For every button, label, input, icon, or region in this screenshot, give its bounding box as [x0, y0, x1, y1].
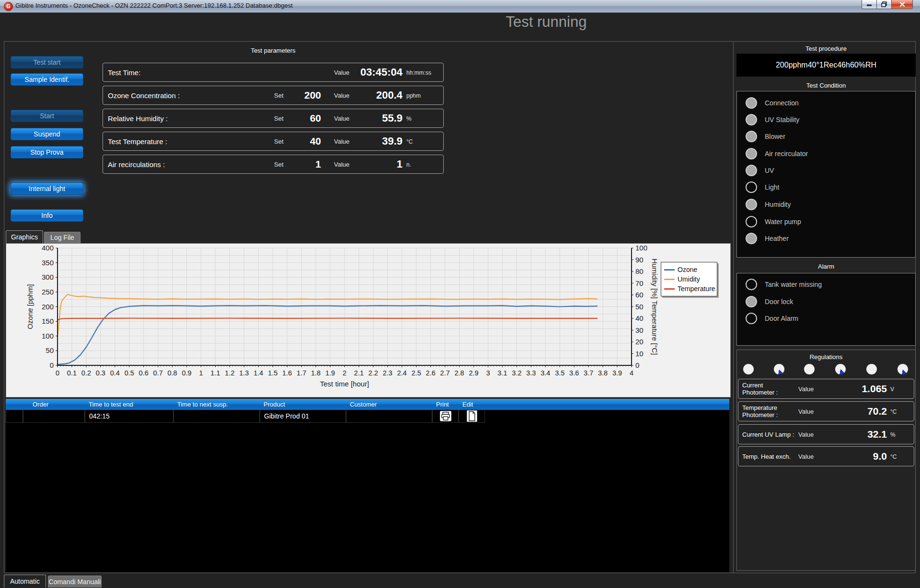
col-edit[interactable]: Edit [459, 399, 485, 410]
value-label: Value [798, 408, 814, 415]
suspend-button[interactable]: Suspend [11, 128, 83, 140]
title-bar[interactable]: G Gibitre Instruments - OzoneCheck - OZN… [0, 0, 920, 13]
param-row-recirculations: Air recirculations : Set 1 Value 1 n. [103, 155, 444, 174]
col-product[interactable]: Product [260, 399, 346, 410]
status-led [746, 181, 757, 193]
edit-cell[interactable] [459, 410, 485, 423]
condition-air-recirculator: Air recirculator [746, 147, 808, 160]
col-print[interactable]: Print [432, 399, 459, 410]
status-led [746, 279, 757, 290]
tab-comandi-manuali[interactable]: Comandi Manuali [48, 576, 102, 588]
internal-light-button[interactable]: Internal light [11, 182, 83, 195]
param-row-test-time: Test Time: Value 03:45:04 hh:mm:ss [103, 63, 444, 82]
svg-text:Humidity [%] Temperature [°C]: Humidity [%] Temperature [°C] [651, 259, 659, 355]
svg-text:3.3: 3.3 [526, 369, 536, 377]
param-unit: n. [406, 161, 411, 168]
col-time-to-susp[interactable]: Time to next susp. [173, 399, 260, 410]
svg-text:3.1: 3.1 [497, 369, 507, 377]
table-row[interactable]: 042:15 Gibitre Prod 01 [6, 410, 729, 423]
stop-prova-button[interactable]: Stop Prova [11, 146, 83, 158]
svg-text:2.5: 2.5 [412, 369, 421, 377]
status-led [746, 233, 757, 244]
svg-text:50: 50 [635, 303, 644, 311]
status-led [746, 199, 757, 210]
window-title: Gibitre Instruments - OzoneCheck - OZN 2… [15, 2, 293, 9]
regulation-indicator [866, 364, 877, 374]
svg-text:0.7: 0.7 [153, 369, 163, 377]
restore-button[interactable] [876, 0, 892, 9]
condition-light: Light [746, 181, 779, 194]
svg-text:0: 0 [635, 361, 639, 369]
alarm-label: Tank water missing [765, 281, 822, 288]
svg-text:2.9: 2.9 [469, 369, 478, 377]
svg-text:2: 2 [343, 369, 346, 377]
start-button[interactable]: Start [11, 110, 83, 122]
tab-log-file[interactable]: Log File [44, 232, 80, 243]
svg-text:0.8: 0.8 [168, 369, 177, 377]
customer-cell [346, 410, 432, 423]
svg-text:0.4: 0.4 [110, 369, 120, 377]
param-row-temperature: Test Temperature : Set 40 Value 39.9 °C [103, 132, 444, 151]
svg-text:2.1: 2.1 [354, 369, 364, 377]
minimize-button[interactable] [862, 0, 877, 9]
param-label: Ozone Concentration : [108, 91, 180, 100]
legend-entry: Ozone [664, 265, 714, 274]
svg-text:0.2: 0.2 [81, 369, 91, 377]
alarm-door-lock: Door lock [746, 295, 793, 308]
svg-text:3.6: 3.6 [569, 369, 579, 377]
close-button[interactable] [891, 0, 913, 9]
col-customer[interactable]: Customer [346, 399, 432, 410]
condition-connection: Connection [746, 96, 799, 110]
svg-text:1.6: 1.6 [282, 369, 292, 377]
svg-text:1.4: 1.4 [253, 369, 263, 377]
alarm-title: Alarm [736, 263, 916, 270]
page-title: Test running [402, 13, 690, 31]
status-led [746, 165, 757, 176]
reg-label: Current Photometer : [742, 382, 796, 396]
tab-automatic[interactable]: Automatic [4, 575, 46, 588]
param-unit: hh:mm:ss [406, 69, 431, 76]
value-label: Value [798, 385, 814, 393]
tab-graphics[interactable]: Graphics [6, 230, 43, 243]
status-led [746, 216, 757, 227]
col-time-to-end[interactable]: Time to test end [85, 399, 173, 410]
test-condition-title: Test Condition [736, 82, 916, 89]
set-label: Set [274, 161, 284, 168]
regulation-indicator [743, 364, 754, 374]
row-select-cell[interactable] [6, 410, 23, 423]
param-label: Test Time: [108, 68, 140, 77]
set-label: Set [274, 138, 284, 145]
condition-label: UV [765, 167, 774, 174]
status-led [746, 131, 757, 142]
print-icon[interactable] [439, 410, 452, 422]
sample-identif-button[interactable]: Sample Identif. [11, 73, 83, 86]
alarm-box: Tank water missing Door lock Door Alarm [736, 273, 916, 346]
svg-text:0.9: 0.9 [182, 369, 191, 377]
col-order[interactable]: Order [29, 399, 85, 410]
svg-text:90: 90 [635, 256, 644, 264]
alarm-door-alarm: Door Alarm [746, 312, 798, 325]
reg-value: 32.1 [822, 429, 887, 440]
reg-label: Temperature Photometer : [742, 404, 796, 418]
svg-text:0.6: 0.6 [139, 369, 149, 377]
app-icon: G [4, 2, 13, 11]
svg-text:10: 10 [635, 350, 644, 358]
condition-label: UV Stability [765, 116, 799, 124]
test-start-button[interactable]: Test start [11, 56, 83, 68]
status-led [746, 313, 757, 324]
reg-label: Current UV Lamp : [742, 431, 796, 438]
line-chart: 00.10.20.30.40.50.60.70.80.911.11.21.31.… [6, 244, 730, 397]
svg-text:0.3: 0.3 [96, 369, 105, 377]
print-cell[interactable] [432, 410, 459, 423]
edit-document-icon[interactable] [466, 410, 478, 422]
product-cell: Gibitre Prod 01 [260, 410, 346, 423]
alarm-tank-water: Tank water missing [746, 278, 822, 291]
svg-text:Test time [hour]: Test time [hour] [320, 380, 369, 388]
reg-unit: °C [890, 408, 897, 415]
reg-unit: % [890, 431, 896, 438]
condition-uv-stability: UV Stability [746, 113, 799, 126]
panel-divider [733, 41, 734, 573]
svg-text:3.4: 3.4 [540, 369, 550, 377]
param-unit: °C [406, 138, 413, 145]
info-button[interactable]: Info [11, 209, 83, 222]
